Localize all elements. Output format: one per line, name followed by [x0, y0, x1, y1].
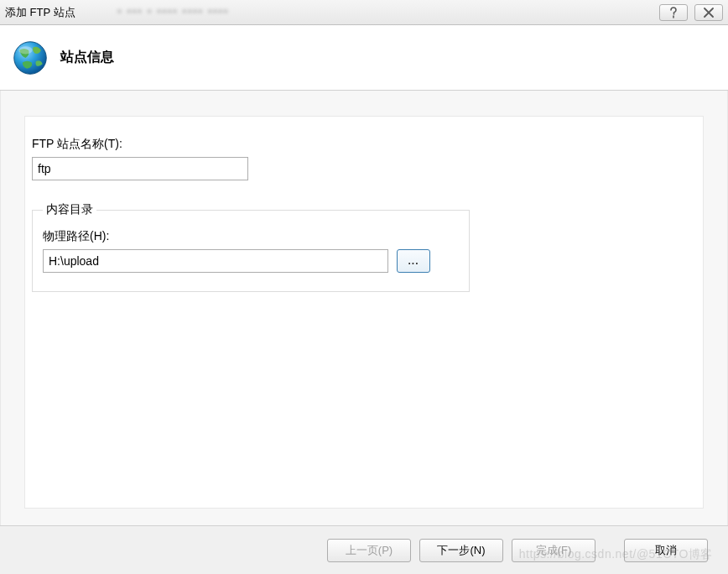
cancel-button[interactable]: 取消 — [624, 539, 708, 562]
window-title: 添加 FTP 站点 — [5, 5, 75, 20]
titlebar-blur-text: ▪ ▪▪▪ ▪ ▪▪▪▪ ▪▪▪▪ ▪▪▪▪ — [117, 5, 229, 17]
wizard-footer: 上一页(P) 下一步(N) 完成(F) 取消 — [0, 525, 728, 574]
content-directory-fieldset: 内容目录 物理路径(H): ... — [32, 202, 470, 292]
titlebar-controls — [659, 4, 723, 21]
help-button[interactable] — [659, 4, 688, 21]
help-icon — [668, 7, 679, 18]
site-name-row: FTP 站点名称(T): — [25, 137, 703, 196]
site-name-input[interactable] — [32, 157, 248, 180]
physical-path-input[interactable] — [43, 249, 388, 273]
physical-path-label: 物理路径(H): — [43, 229, 459, 244]
titlebar: 添加 FTP 站点 ▪ ▪▪▪ ▪ ▪▪▪▪ ▪▪▪▪ ▪▪▪▪ — [0, 0, 728, 25]
physical-path-row: ... — [43, 249, 459, 273]
svg-point-0 — [14, 41, 47, 74]
finish-button[interactable]: 完成(F) — [512, 539, 595, 562]
wizard-heading: 站点信息 — [60, 49, 114, 66]
svg-point-1 — [18, 46, 33, 54]
wizard-header: 站点信息 — [0, 25, 728, 91]
close-button[interactable] — [694, 4, 723, 21]
next-button[interactable]: 下一步(N) — [419, 539, 503, 562]
close-icon — [703, 8, 715, 18]
site-name-label: FTP 站点名称(T): — [32, 137, 696, 152]
browse-button[interactable]: ... — [397, 249, 430, 273]
globe-icon — [12, 39, 49, 76]
previous-button[interactable]: 上一页(P) — [327, 539, 411, 562]
content-area: FTP 站点名称(T): 内容目录 物理路径(H): ... — [0, 91, 728, 525]
form-panel: FTP 站点名称(T): 内容目录 物理路径(H): ... — [24, 116, 704, 509]
content-directory-legend: 内容目录 — [43, 202, 96, 217]
